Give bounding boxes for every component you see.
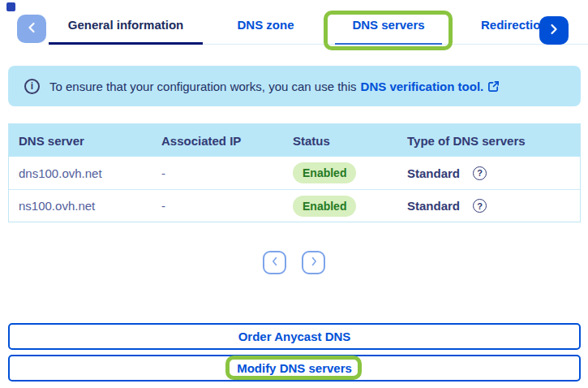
modify-dns-servers-button[interactable]: Modify DNS servers xyxy=(8,355,581,382)
column-header-type: Type of DNS servers xyxy=(397,134,580,148)
pagination-next-button[interactable] xyxy=(302,251,325,274)
chevron-left-icon xyxy=(272,257,278,269)
dns-servers-page: General information DNS zone DNS servers… xyxy=(0,0,588,388)
tab-general-information[interactable]: General information xyxy=(49,18,203,32)
info-banner-text: To ensure that your configuration works,… xyxy=(49,80,357,93)
table-header-row: DNS server Associated IP Status Type of … xyxy=(9,124,580,157)
status-badge: Enabled xyxy=(293,196,356,217)
tab-dns-zone[interactable]: DNS zone xyxy=(219,18,312,32)
cell-associated-ip: - xyxy=(152,166,283,180)
cell-type: Standard ? xyxy=(397,199,580,213)
tabs-scroll-left-button[interactable] xyxy=(17,15,46,43)
help-icon[interactable]: ? xyxy=(473,166,487,180)
info-icon: i xyxy=(24,79,40,94)
type-label: Standard xyxy=(407,199,460,213)
help-icon[interactable]: ? xyxy=(473,199,487,213)
column-header-dns-server: DNS server xyxy=(9,134,152,148)
tab-dns-servers[interactable]: DNS servers xyxy=(335,18,442,32)
type-label: Standard xyxy=(407,166,460,180)
cell-status: Enabled xyxy=(283,162,397,183)
info-banner: i To ensure that your configuration work… xyxy=(8,66,581,106)
chevron-right-icon xyxy=(311,257,317,269)
table-row: dns100.ovh.net - Enabled Standard ? xyxy=(9,157,580,189)
order-anycast-dns-button[interactable]: Order Anycast DNS xyxy=(8,323,581,350)
pagination-prev-button[interactable] xyxy=(263,251,286,274)
chevron-right-icon xyxy=(550,24,558,37)
external-link-icon[interactable] xyxy=(487,80,500,93)
column-header-associated-ip: Associated IP xyxy=(152,134,283,148)
column-header-status: Status xyxy=(283,134,397,148)
dns-servers-tab-underline xyxy=(335,43,442,45)
dns-verification-tool-link[interactable]: DNS verification tool. xyxy=(361,80,484,93)
cell-dns-server: ns100.ovh.net xyxy=(9,199,152,213)
cell-associated-ip: - xyxy=(152,199,283,213)
corner-marker xyxy=(6,2,15,11)
active-tab-underline xyxy=(49,42,203,45)
tabs-scroll-right-button[interactable] xyxy=(539,16,569,45)
tab-redirections[interactable]: Redirectio xyxy=(481,18,546,32)
status-badge: Enabled xyxy=(293,162,356,183)
cell-dns-server: dns100.ovh.net xyxy=(9,166,152,180)
cell-status: Enabled xyxy=(283,196,397,217)
dns-servers-table: DNS server Associated IP Status Type of … xyxy=(8,123,581,222)
cell-type: Standard ? xyxy=(397,166,580,180)
table-row: ns100.ovh.net - Enabled Standard ? xyxy=(9,189,580,222)
chevron-left-icon xyxy=(28,22,36,36)
